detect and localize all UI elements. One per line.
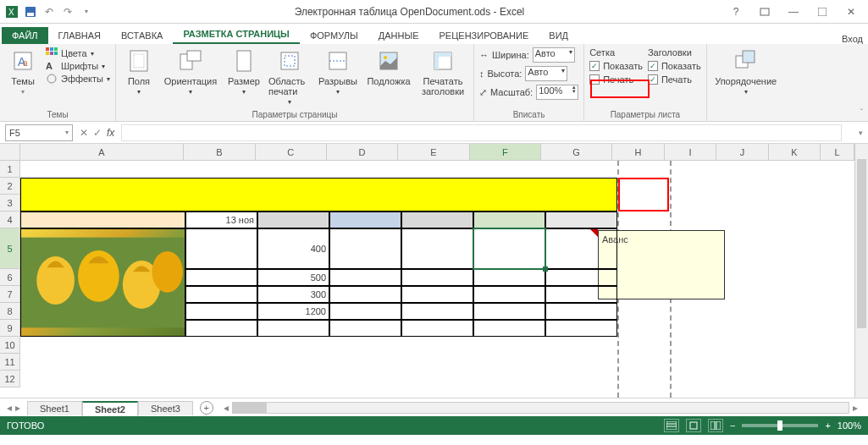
column-header[interactable]: G <box>541 144 612 161</box>
help-icon[interactable]: ? <box>726 3 746 20</box>
expand-formula-icon[interactable]: ▾ <box>859 129 863 137</box>
cell[interactable] <box>473 303 545 320</box>
select-all-corner[interactable] <box>0 144 20 161</box>
gridlines-show-checkbox[interactable]: ✓Показать <box>589 61 643 71</box>
column-header[interactable]: D <box>327 144 398 161</box>
cell[interactable] <box>329 269 401 286</box>
scrollbar-thumb[interactable] <box>233 403 267 413</box>
row-header[interactable]: 5 <box>0 228 20 269</box>
insert-function-icon[interactable]: fx <box>107 127 114 139</box>
print-titles-button[interactable]: Печатать заголовки <box>417 47 468 96</box>
column-header[interactable]: I <box>665 144 717 161</box>
cell[interactable]: 13 ноя <box>185 212 257 228</box>
fonts-button[interactable]: AШрифты▾ <box>46 61 110 71</box>
row-header[interactable]: 12 <box>0 371 20 387</box>
fill-handle[interactable] <box>543 266 548 272</box>
yellow-merged-cell[interactable] <box>20 178 617 212</box>
scale-spinner[interactable]: 100%▴▾ <box>536 85 578 100</box>
cell[interactable] <box>473 269 545 286</box>
collapse-ribbon-icon[interactable]: ˇ <box>860 108 863 118</box>
column-header[interactable]: B <box>184 144 255 161</box>
cancel-formula-icon[interactable]: ✕ <box>80 127 88 139</box>
sheet-next-icon[interactable]: ▸ <box>15 402 20 414</box>
cell[interactable] <box>473 320 545 337</box>
cell[interactable] <box>401 320 473 337</box>
zoom-out-icon[interactable]: − <box>730 420 735 431</box>
sheet-tab-3[interactable]: Sheet3 <box>138 401 193 415</box>
zoom-thumb[interactable] <box>777 420 782 431</box>
cell[interactable] <box>329 320 401 337</box>
tab-review[interactable]: РЕЦЕНЗИРОВАНИЕ <box>429 27 539 44</box>
row-header[interactable]: 8 <box>0 303 20 320</box>
background-button[interactable]: Подложка <box>365 47 412 86</box>
cell[interactable] <box>545 212 617 228</box>
page-break-view-icon[interactable] <box>708 419 723 432</box>
tab-insert[interactable]: ВСТАВКА <box>111 27 173 44</box>
cell[interactable] <box>185 228 257 269</box>
row-header[interactable]: 3 <box>0 195 20 212</box>
zoom-level[interactable]: 100% <box>838 420 861 431</box>
size-button[interactable]: Размер▾ <box>224 47 263 96</box>
formula-input[interactable] <box>121 124 842 141</box>
embedded-image[interactable] <box>21 229 185 336</box>
tab-data[interactable]: ДАННЫЕ <box>368 27 429 44</box>
scroll-right-icon[interactable]: ▸ <box>849 402 861 414</box>
cell[interactable] <box>401 269 473 286</box>
ribbon-options-icon[interactable] <box>755 3 775 20</box>
cell[interactable] <box>329 228 401 269</box>
cell[interactable] <box>401 303 473 320</box>
cell[interactable] <box>185 320 257 337</box>
themes-button[interactable]: Aa Темы ▾ <box>5 47 41 96</box>
colors-button[interactable]: Цвета▾ <box>46 47 110 59</box>
height-dropdown[interactable]: Авто ▾ <box>525 66 567 81</box>
row-header[interactable]: 11 <box>0 354 20 371</box>
row-header[interactable]: 6 <box>0 269 20 286</box>
tab-home[interactable]: ГЛАВНАЯ <box>48 27 111 44</box>
column-header[interactable]: J <box>716 144 769 161</box>
selected-cell[interactable] <box>473 228 545 269</box>
breaks-button[interactable]: Разрывы▾ <box>316 47 360 96</box>
cell[interactable]: 400 <box>257 228 329 269</box>
effects-button[interactable]: Эффекты▾ <box>46 73 110 85</box>
sheet-prev-icon[interactable]: ◂ <box>7 402 12 414</box>
normal-view-icon[interactable] <box>664 419 679 432</box>
enter-formula-icon[interactable]: ✓ <box>93 127 102 139</box>
add-sheet-button[interactable]: + <box>200 401 213 415</box>
row-header[interactable]: 2 <box>0 178 20 195</box>
qat-dropdown-icon[interactable]: ▾ <box>80 5 93 19</box>
cell[interactable] <box>545 320 617 337</box>
cell[interactable] <box>185 303 257 320</box>
tab-view[interactable]: ВИД <box>539 27 578 44</box>
tab-formulas[interactable]: ФОРМУЛЫ <box>300 27 368 44</box>
cell[interactable] <box>401 286 473 303</box>
scroll-left-icon[interactable]: ◂ <box>220 402 232 414</box>
cell[interactable] <box>20 212 185 228</box>
sheet-tab-2[interactable]: Sheet2 <box>82 401 138 416</box>
cell[interactable] <box>185 269 257 286</box>
cell[interactable] <box>545 286 617 303</box>
cell[interactable] <box>473 212 545 228</box>
arrange-button[interactable]: Упорядочение▾ <box>712 47 780 96</box>
cell[interactable]: 1200 <box>257 303 329 320</box>
undo-icon[interactable]: ↶ <box>42 5 56 19</box>
zoom-in-icon[interactable]: + <box>825 420 830 431</box>
cell-area[interactable]: Аванс 13 ноя4005003001200 <box>20 161 854 398</box>
orientation-button[interactable]: Ориентация▾ <box>162 47 219 96</box>
scrollbar-thumb[interactable] <box>857 159 866 328</box>
cell[interactable]: 500 <box>257 269 329 286</box>
cell[interactable] <box>545 303 617 320</box>
maximize-icon[interactable] <box>812 3 832 20</box>
cell[interactable] <box>329 212 401 228</box>
row-header[interactable]: 4 <box>0 212 20 228</box>
cell[interactable]: 300 <box>257 286 329 303</box>
cell[interactable] <box>257 212 329 228</box>
name-box[interactable]: F5▾ <box>5 124 73 141</box>
column-header[interactable]: C <box>256 144 327 161</box>
cell[interactable] <box>185 286 257 303</box>
cell[interactable] <box>545 228 617 269</box>
cell[interactable] <box>545 269 617 286</box>
headings-print-checkbox[interactable]: ✓Печать <box>648 74 701 85</box>
vertical-scrollbar[interactable] <box>854 144 868 398</box>
column-header[interactable]: H <box>612 144 665 161</box>
cell[interactable] <box>473 286 545 303</box>
